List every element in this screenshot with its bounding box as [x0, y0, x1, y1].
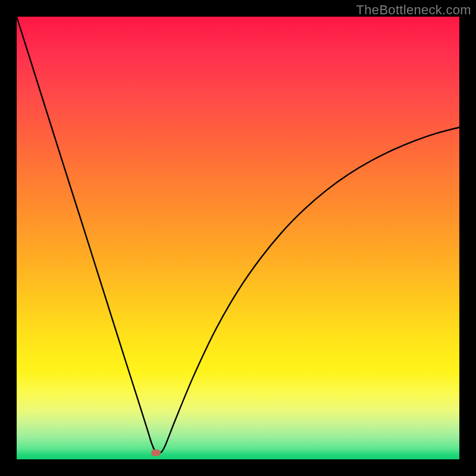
minimum-marker	[151, 449, 161, 456]
chart-frame: TheBottleneck.com	[0, 0, 476, 476]
watermark-text: TheBottleneck.com	[356, 2, 471, 18]
plot-area	[17, 17, 459, 459]
bottleneck-curve	[17, 17, 459, 459]
